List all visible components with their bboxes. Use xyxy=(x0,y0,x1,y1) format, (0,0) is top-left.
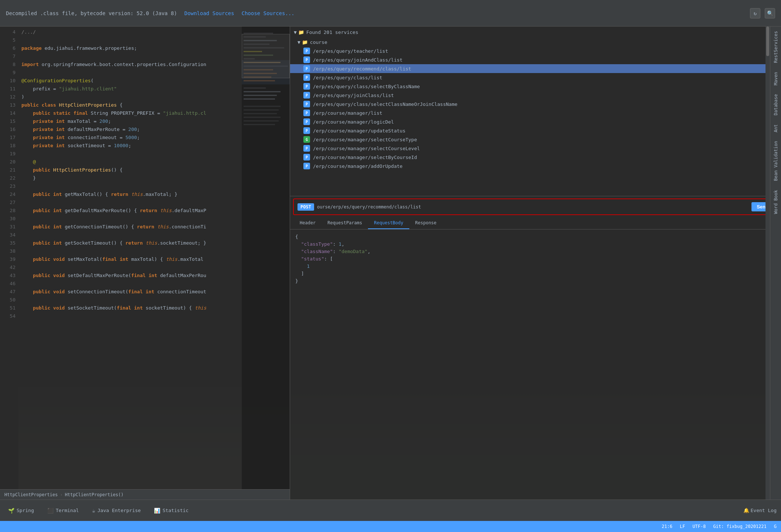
bottom-tab-terminal[interactable]: ⬛ Terminal xyxy=(44,505,83,516)
code-line xyxy=(18,69,242,77)
course-group-label: course xyxy=(310,39,327,45)
code-line: private int maxTotal = 200; xyxy=(18,117,242,125)
side-tab-database[interactable]: Database xyxy=(772,90,780,120)
bottom-tab-statistic[interactable]: 📊 Statistic xyxy=(150,505,192,516)
code-line: prefix = "jiahui.http.client" xyxy=(18,85,242,93)
java-enterprise-icon: ☕ xyxy=(92,508,95,514)
service-item[interactable]: G /erp/course/manager/selectCourseType xyxy=(290,135,781,144)
method-badge-p: P xyxy=(303,101,310,107)
service-path: /erp/es/query/teacher/list xyxy=(313,48,388,54)
breadcrumb-method: HttpClientProperties() xyxy=(65,492,124,497)
code-line: public int getConnectionTimeout() { retu… xyxy=(18,223,242,231)
request-bar: POST Send xyxy=(293,198,778,215)
svg-rect-19 xyxy=(244,109,279,110)
terminal-label: Terminal xyxy=(56,508,79,513)
service-item-selected[interactable]: P /erp/es/query/recommend/class/list xyxy=(290,64,781,73)
svg-rect-14 xyxy=(244,87,266,89)
service-item[interactable]: P /erp/course/manager/selectByCourseId xyxy=(290,153,781,162)
code-line xyxy=(18,263,242,272)
code-line: private int connectionTimeout = 5000; xyxy=(18,134,242,142)
service-path: /erp/course/manager/logicDel xyxy=(313,119,394,125)
folder-icon: 📁 xyxy=(298,30,304,35)
code-line: private int socketTimeout = 10000; xyxy=(18,142,242,150)
status-bar: 21:6 LF UTF-8 Git: fixbug_20201221 G xyxy=(0,521,781,532)
services-count: Found 201 services xyxy=(306,30,358,35)
method-badge-p: P xyxy=(303,145,310,152)
code-line: /.../ xyxy=(18,28,242,36)
scrollbar-thumb[interactable] xyxy=(766,27,769,56)
service-path: /erp/course/manager/selectByCourseId xyxy=(313,155,417,160)
service-path: /erp/course/manager/selectCourseLevel xyxy=(313,146,420,151)
method-badge-p: P xyxy=(303,83,310,90)
code-line xyxy=(18,52,242,61)
svg-rect-21 xyxy=(244,117,281,118)
tab-header[interactable]: Header xyxy=(294,217,321,229)
code-line: public static final String PROPERTY_PREF… xyxy=(18,109,242,117)
code-line: @ConfigurationProperties( xyxy=(18,77,242,85)
download-sources-link[interactable]: Download Sources xyxy=(185,10,234,16)
service-path: /erp/es/query/class/selectByClassName xyxy=(313,84,420,89)
service-path: /erp/es/query/class/list xyxy=(313,75,382,80)
service-path: /erp/course/manager/updateStatus xyxy=(313,128,405,134)
side-tab-maven[interactable]: Maven xyxy=(772,68,780,90)
cursor-position: 21:6 xyxy=(662,524,672,529)
service-item[interactable]: P /erp/course/manager/logicDel xyxy=(290,117,781,126)
method-badge-p: P xyxy=(303,154,310,160)
service-path: /erp/course/manager/addOrUpdate xyxy=(313,163,403,169)
terminal-icon: ⬛ xyxy=(47,508,54,514)
code-line: import org.springframework.boot.context.… xyxy=(18,61,242,69)
svg-rect-17 xyxy=(244,99,275,100)
side-tab-bean-validation[interactable]: Bean Validation xyxy=(772,137,780,185)
service-item[interactable]: P /erp/es/query/class/selectClassNameOrJ… xyxy=(290,100,781,108)
tab-requestbody[interactable]: RequestBody xyxy=(368,217,409,229)
refresh-button[interactable]: ↻ xyxy=(750,8,760,18)
search-button[interactable]: 🔍 xyxy=(765,8,775,18)
event-log-button[interactable]: 🔔 Event Log xyxy=(743,508,777,513)
top-bar-right: ↻ 🔍 xyxy=(750,8,775,18)
url-input[interactable] xyxy=(317,204,749,210)
code-line xyxy=(18,247,242,255)
service-list[interactable]: ▼ 📁 Found 201 services ▼ 📁 course P /erp… xyxy=(290,27,781,196)
main-content: 456789 101112131415 161718192021 2223242… xyxy=(0,27,781,500)
side-tab-ant[interactable]: Ant xyxy=(772,120,780,137)
method-badge-p: P xyxy=(303,118,310,125)
code-editor[interactable]: /.../ package edu.jiahui.framework.prope… xyxy=(18,27,242,489)
code-content: 456789 101112131415 161718192021 2223242… xyxy=(0,27,290,489)
svg-rect-15 xyxy=(244,91,281,92)
service-item[interactable]: P /erp/es/query/class/selectByClassName xyxy=(290,82,781,91)
service-item[interactable]: P /erp/es/query/teacher/list xyxy=(290,46,781,55)
bottom-tab-java-enterprise[interactable]: ☕ Java Enterprise xyxy=(89,505,145,516)
service-item[interactable]: P /erp/es/query/class/list xyxy=(290,73,781,82)
service-item[interactable]: P /erp/es/query/joinAndClass/list xyxy=(290,55,781,64)
bottom-tab-spring[interactable]: 🌱 Spring xyxy=(4,505,38,516)
code-line: ) xyxy=(18,93,242,101)
tab-requestparams[interactable]: RequestParams xyxy=(321,217,368,229)
service-path: /erp/es/query/class/selectClassNameOrJoi… xyxy=(313,101,457,107)
method-badge-p: P xyxy=(303,110,310,116)
code-line xyxy=(18,296,242,304)
right-panel: ▼ 📁 Found 201 services ▼ 📁 course P /erp… xyxy=(290,27,781,500)
scrollbar-area[interactable] xyxy=(765,27,770,500)
code-line: public HttpClientProperties() { xyxy=(18,166,242,174)
method-badge-p: P xyxy=(303,74,310,81)
choose-sources-link[interactable]: Choose Sources... xyxy=(241,10,294,16)
service-item[interactable]: P /erp/course/manager/list xyxy=(290,108,781,117)
service-item[interactable]: P /erp/es/query/joinClass/list xyxy=(290,91,781,100)
side-tab-word-book[interactable]: Word Book xyxy=(772,186,780,218)
service-item[interactable]: P /erp/course/manager/selectCourseLevel xyxy=(290,144,781,153)
service-item[interactable]: P /erp/course/manager/updateStatus xyxy=(290,126,781,135)
code-line: public void setSocketTimeout(final int s… xyxy=(18,304,242,312)
service-path: /erp/es/query/recommend/class/list xyxy=(313,66,411,72)
response-body: { "classType": 1, "className": "demoData… xyxy=(290,229,781,500)
statistic-icon: 📊 xyxy=(154,508,160,514)
decompiled-title: Decompiled .class file, bytecode version… xyxy=(6,10,177,16)
side-tab-restservices[interactable]: RestServices xyxy=(772,27,780,68)
svg-rect-16 xyxy=(244,95,277,96)
code-line: public int getDefaultMaxPerRoute() { ret… xyxy=(18,207,242,215)
code-line xyxy=(18,312,242,320)
tab-response[interactable]: Response xyxy=(409,217,443,229)
bell-icon: 🔔 xyxy=(743,508,749,513)
service-item[interactable]: P /erp/course/manager/addOrUpdate xyxy=(290,162,781,170)
code-line: public void setDefaultMaxPerRoute(final … xyxy=(18,272,242,280)
code-line xyxy=(18,215,242,223)
